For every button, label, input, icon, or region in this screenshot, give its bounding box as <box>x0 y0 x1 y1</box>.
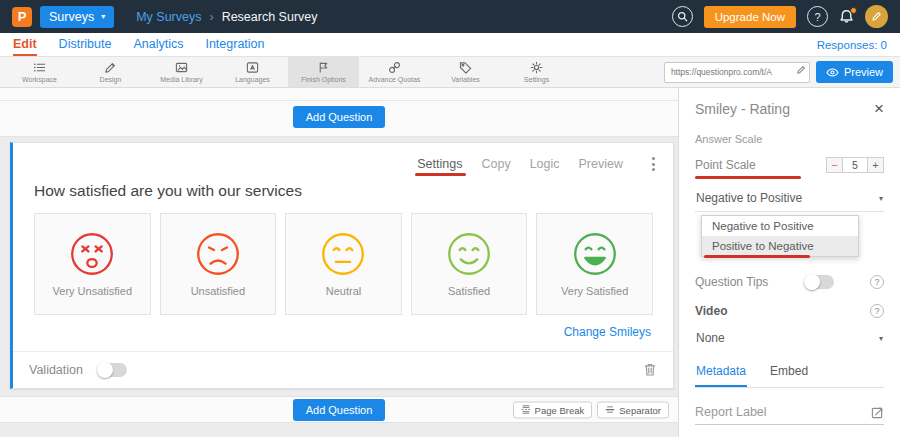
smiley-option-very-satisfied[interactable]: Very Satisfied <box>536 213 653 315</box>
question-tips-toggle[interactable] <box>804 275 834 289</box>
upgrade-now-button[interactable]: Upgrade Now <box>704 6 796 28</box>
toolbar-item-label: Languages <box>235 76 270 83</box>
very-unsatisfied-smiley-icon <box>69 231 115 277</box>
help-button[interactable]: ? <box>807 6 828 27</box>
toolbar-item-label: Finish Options <box>301 76 346 83</box>
toolbar-item-languages[interactable]: Languages <box>217 57 288 87</box>
tab-edit[interactable]: Edit <box>13 33 37 56</box>
breadcrumb-my-surveys[interactable]: My Surveys <box>136 10 201 24</box>
video-select-value: None <box>696 331 725 345</box>
toolbar-item-design[interactable]: Design <box>75 57 146 87</box>
edit-toolbar: Workspace Design Media Library Languages… <box>0 57 900 88</box>
add-question-band-bottom: Add Question Page Break Separator <box>0 396 678 423</box>
delete-question-icon[interactable] <box>643 362 657 377</box>
tab-integration[interactable]: Integration <box>205 33 264 56</box>
answer-scale-label: Answer Scale <box>695 133 884 145</box>
search-button[interactable] <box>672 6 693 27</box>
survey-editor-column: Add Question Settings Copy Logic Preview… <box>0 88 678 437</box>
change-smileys-link[interactable]: Change Smileys <box>564 325 651 339</box>
point-scale-value[interactable]: 5 <box>842 157 868 173</box>
responses-count[interactable]: Responses: 0 <box>817 39 887 51</box>
toolbar-item-label: Variables <box>451 76 480 83</box>
question-tab-copy[interactable]: Copy <box>481 157 510 171</box>
toolbar-item-advance-quotas[interactable]: Advance Quotas <box>359 57 430 87</box>
content-area: Add Question Settings Copy Logic Preview… <box>0 88 900 437</box>
point-scale-increment-button[interactable]: + <box>867 157 884 173</box>
toolbar-item-workspace[interactable]: Workspace <box>4 57 75 87</box>
user-avatar[interactable] <box>865 5 888 28</box>
smiley-option-unsatisfied[interactable]: Unsatisfied <box>160 213 277 315</box>
scale-direction-value: Negative to Positive <box>696 191 802 205</box>
scale-direction-select[interactable]: Negative to Positive ▾ <box>695 187 884 212</box>
smiley-option-very-unsatisfied[interactable]: Very Unsatisfied <box>34 213 151 315</box>
annotation-underline-positive-to-negative <box>704 255 810 258</box>
video-select[interactable]: None ▾ <box>695 329 884 347</box>
smiley-option-satisfied[interactable]: Satisfied <box>411 213 528 315</box>
report-label-input[interactable] <box>695 405 855 419</box>
tab-embed[interactable]: Embed <box>769 364 809 387</box>
close-icon[interactable]: × <box>874 100 884 117</box>
collapsed-section-strip <box>0 88 678 101</box>
smiley-label: Very Satisfied <box>561 285 628 297</box>
questionpro-logo[interactable]: P <box>12 7 32 27</box>
toolbar-item-settings[interactable]: Settings <box>501 57 572 87</box>
option-label: Positive to Negative <box>712 240 814 252</box>
question-tab-settings[interactable]: Settings <box>417 157 462 171</box>
survey-url-input[interactable] <box>664 62 810 83</box>
separator-label: Separator <box>619 404 661 415</box>
toolbar-item-label: Settings <box>524 76 549 83</box>
survey-url-field-wrap <box>664 61 810 83</box>
question-title[interactable]: How satisfied are you with our services <box>13 173 673 200</box>
tab-distribute[interactable]: Distribute <box>59 33 112 56</box>
question-tab-logic[interactable]: Logic <box>530 157 560 171</box>
satisfied-smiley-icon <box>446 231 492 277</box>
option-negative-to-positive[interactable]: Negative to Positive <box>702 216 858 236</box>
question-tips-help-icon[interactable]: ? <box>870 275 884 289</box>
add-question-band-top: Add Question <box>0 101 678 137</box>
neutral-smiley-icon <box>320 231 366 277</box>
separator-button[interactable]: Separator <box>597 401 669 418</box>
validation-row: Validation <box>13 351 673 388</box>
panel-tabs: Metadata Embed <box>695 364 884 388</box>
point-scale-row: Point Scale − 5 + <box>695 157 884 173</box>
add-question-button-bottom[interactable]: Add Question <box>293 399 386 421</box>
toolbar-right: Preview <box>664 57 900 87</box>
unsatisfied-smiley-icon <box>195 231 241 277</box>
video-help-icon[interactable]: ? <box>870 304 884 318</box>
edit-url-icon[interactable] <box>796 65 806 75</box>
band-right-buttons: Page Break Separator <box>513 401 669 418</box>
preview-button[interactable]: Preview <box>816 61 893 83</box>
chevron-down-icon: ▾ <box>879 194 883 203</box>
question-tab-preview[interactable]: Preview <box>579 157 623 171</box>
toolbar-item-variables[interactable]: Variables <box>430 57 501 87</box>
notifications-button[interactable] <box>839 9 854 24</box>
option-positive-to-negative[interactable]: Positive to Negative <box>702 236 858 256</box>
report-label-row <box>695 405 884 425</box>
question-more-menu-icon[interactable] <box>650 155 657 173</box>
validation-toggle[interactable] <box>97 363 127 377</box>
smiley-label: Neutral <box>326 285 361 297</box>
toolbar-item-label: Workspace <box>22 76 57 83</box>
scale-direction-dropdown: Negative to Positive Positive to Negativ… <box>701 215 859 257</box>
eye-icon <box>826 67 839 78</box>
smiley-scale: Very Unsatisfied Unsatisfied <box>13 213 673 315</box>
question-card-menu: Settings Copy Logic Preview <box>13 143 673 173</box>
edit-report-label-icon[interactable] <box>871 406 884 419</box>
toolbar-item-finish-options[interactable]: Finish Options <box>288 57 359 87</box>
survey-nav-bar: Edit Distribute Analytics Integration Re… <box>0 33 900 57</box>
workspace-icon <box>33 61 46 74</box>
tab-analytics[interactable]: Analytics <box>133 33 183 56</box>
top-bar: P Surveys ▾ My Surveys › Research Survey… <box>0 0 900 33</box>
languages-icon <box>246 61 259 74</box>
validation-label: Validation <box>29 363 83 377</box>
question-tips-label: Question Tips <box>695 275 768 289</box>
design-icon <box>104 61 117 74</box>
add-question-button-top[interactable]: Add Question <box>293 106 386 128</box>
tab-metadata[interactable]: Metadata <box>695 364 747 387</box>
breadcrumb: My Surveys › Research Survey <box>136 10 317 24</box>
smiley-option-neutral[interactable]: Neutral <box>285 213 402 315</box>
toolbar-item-media-library[interactable]: Media Library <box>146 57 217 87</box>
surveys-menu-button[interactable]: Surveys ▾ <box>40 6 114 28</box>
page-break-button[interactable]: Page Break <box>513 401 593 418</box>
point-scale-decrement-button[interactable]: − <box>826 157 843 173</box>
